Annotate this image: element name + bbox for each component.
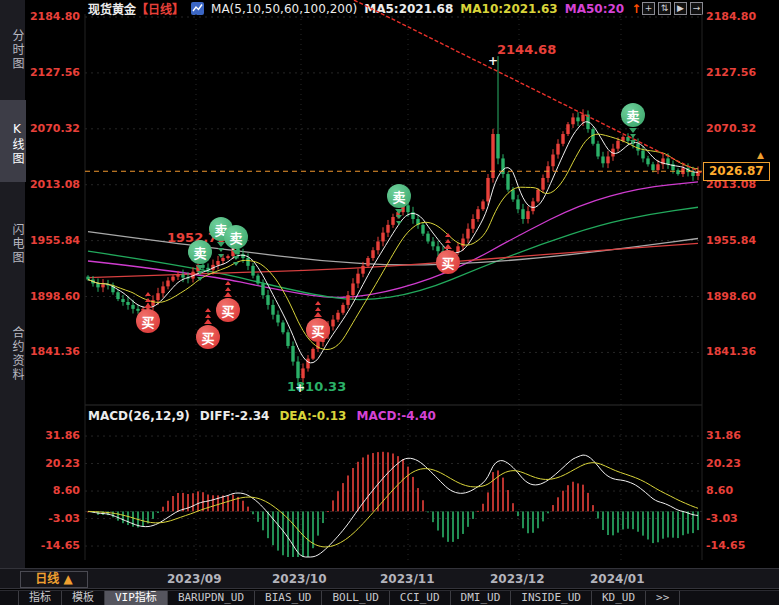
date-label: 2023/12 — [490, 572, 544, 586]
date-label: 2023/10 — [272, 572, 326, 586]
macd-dea-value: DEA:-0.13 — [279, 409, 346, 423]
period-up-triangle-icon: ▲ — [63, 572, 72, 586]
date-axis-bar: 日线 ▲ 2023/092023/102023/112023/122024/01 — [0, 568, 779, 589]
indicator-tab-INSIDE_UD[interactable]: INSIDE_UD — [511, 591, 592, 605]
indicator-tab-bar: 指标模板VIP指标BARUPDN_UDBIAS_UDBOLL_UDCCI_UDD… — [0, 590, 779, 605]
period-selector[interactable]: 日线 ▲ — [20, 571, 88, 588]
indicator-tab->>[interactable]: >> — [646, 591, 680, 605]
macd-diff-value: DIFF:-2.34 — [200, 409, 270, 423]
period-label: 日线 — [35, 572, 59, 586]
indicator-tab-VIP指标[interactable]: VIP指标 — [105, 591, 168, 605]
date-label: 2023/11 — [380, 572, 434, 586]
ma-line-MA100 — [88, 232, 698, 265]
indicator-tab-KD_UD[interactable]: KD_UD — [592, 591, 646, 605]
candles-layer — [86, 56, 699, 383]
ma-line-MA10 — [88, 134, 698, 349]
candlestick-chart[interactable] — [0, 0, 779, 605]
macd-formula: MACD(26,12,9) — [88, 409, 190, 423]
ma-line-MA50 — [88, 182, 698, 298]
macd-header: MACD(26,12,9) DIFF:-2.34 DEA:-0.13 MACD:… — [88, 409, 436, 423]
date-label: 2024/01 — [590, 572, 644, 586]
macd-macd-value: MACD:-4.40 — [356, 409, 435, 423]
indicator-tab-指标[interactable]: 指标 — [18, 591, 62, 605]
indicator-tab-模板[interactable]: 模板 — [62, 591, 105, 605]
indicator-tab-BIAS_UD[interactable]: BIAS_UD — [255, 591, 322, 605]
trading-app-window: 分时图K线图闪电图合约资料 现货黄金【日线】 MA(5,10,50,60,100… — [0, 0, 779, 605]
date-label: 2023/09 — [167, 572, 221, 586]
current-price-tag: 2026.87 — [703, 162, 770, 181]
indicator-tab-CCI_UD[interactable]: CCI_UD — [390, 591, 451, 605]
price-arrow-icon: ▲ — [757, 150, 764, 160]
indicator-tab-BARUPDN_UD[interactable]: BARUPDN_UD — [168, 591, 255, 605]
indicator-tab-DMI_UD[interactable]: DMI_UD — [451, 591, 512, 605]
indicator-tab-BOLL_UD[interactable]: BOLL_UD — [322, 591, 389, 605]
